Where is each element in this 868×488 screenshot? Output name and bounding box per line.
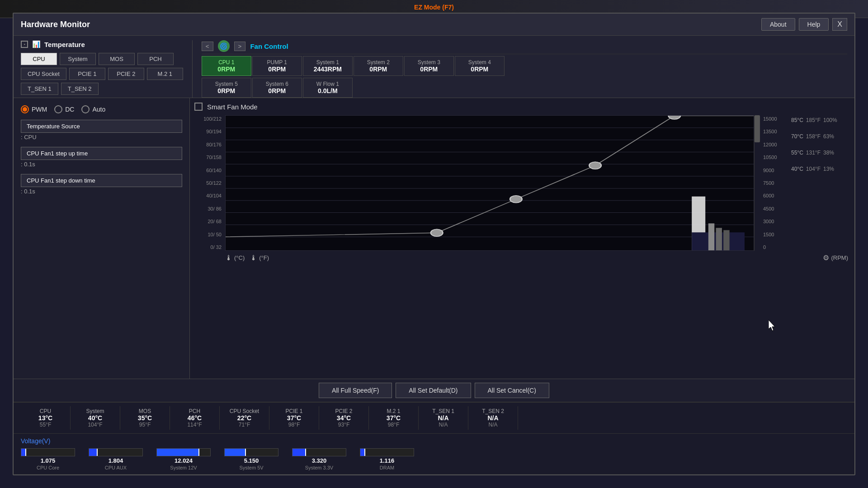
dc-radio[interactable]: DC	[54, 105, 74, 113]
reading-pcie1-name: PCIE 1	[277, 408, 311, 414]
reading-cpu-socket: CPU Socket 22°C 71°F	[220, 406, 269, 430]
all-set-default-button[interactable]: All Set Default(D)	[396, 383, 471, 398]
step-up-group: CPU Fan1 step up time : 0.1s	[21, 147, 182, 168]
voltage-bar-dram-fill	[360, 449, 364, 456]
bottom-action-bar: All Full Speed(F) All Set Default(D) All…	[14, 379, 854, 402]
rpm-label-6: 6000	[761, 193, 791, 198]
smart-fan-header: Smart Fan Mode	[194, 103, 850, 111]
temp-source-button[interactable]: Temperature Source	[21, 120, 182, 133]
auto-radio-outer	[81, 105, 90, 113]
fan-name-sys1: System 1	[308, 59, 348, 66]
tp-40c: 40°C	[791, 166, 803, 172]
fan-card-sys5[interactable]: System 5 0RPM	[202, 78, 251, 98]
temp-tab-pcie2[interactable]: PCIE 2	[108, 68, 144, 80]
reading-tsen1-name: T_SEN 1	[426, 408, 461, 414]
scrollbar-area	[754, 115, 760, 251]
pwm-radio[interactable]: PWM	[21, 105, 47, 113]
temp-tab-cpu[interactable]: CPU	[21, 53, 57, 65]
temp-tab-tsen2[interactable]: T_SEN 2	[61, 83, 99, 95]
fan-name-cpu1: CPU 1	[207, 59, 246, 66]
temperature-tabs-row2: CPU Socket PCIE 1 PCIE 2 M.2 1	[21, 68, 183, 80]
celsius-unit-btn[interactable]: 🌡 (°C)	[225, 254, 245, 262]
temp-tab-pcie1[interactable]: PCIE 1	[69, 68, 105, 80]
tp-70c: 70°C	[791, 133, 803, 140]
reading-cpu-f: 55°F	[28, 422, 63, 428]
fan-rpm-sys2: 0RPM	[359, 66, 398, 73]
chart-point-40c[interactable]	[431, 229, 443, 236]
dynamic-bar1	[708, 223, 714, 250]
all-full-speed-button[interactable]: All Full Speed(F)	[319, 383, 392, 398]
fan-name-sys3: System 3	[409, 59, 449, 66]
voltage-bar-cpu-aux-container	[89, 448, 143, 456]
fan-curve-svg[interactable]	[225, 115, 754, 251]
reading-cpu-c: 13°C	[28, 414, 63, 422]
about-button[interactable]: About	[761, 18, 795, 31]
tp-13pct: 13%	[823, 166, 834, 172]
chart-point-55c[interactable]	[510, 196, 522, 203]
fahrenheit-unit-btn[interactable]: 🌡 (°F)	[250, 254, 269, 262]
close-button[interactable]: X	[832, 18, 847, 31]
title-bar: Hardware Monitor About Help X	[14, 14, 854, 36]
reading-cpu: CPU 13°C 55°F	[21, 406, 71, 430]
reading-pcie1: PCIE 1 37°C 98°F	[269, 406, 319, 430]
tp-63pct: 63%	[823, 133, 834, 140]
help-button[interactable]: Help	[799, 18, 829, 31]
fan-card-sys1[interactable]: System 1 2443RPM	[303, 56, 353, 76]
fan-name-pump1: PUMP 1	[257, 59, 297, 66]
temp-tab-mos[interactable]: MOS	[99, 53, 135, 65]
temp-tab-tsen1[interactable]: T_SEN 1	[21, 83, 58, 95]
voltage-name-sys5v: System 5V	[239, 465, 263, 470]
voltage-bar-sys33v-container	[292, 448, 346, 456]
chart-panel: Smart Fan Mode 100/212 90/194 80/176 70/…	[190, 98, 854, 379]
reading-system-f: 104°F	[78, 422, 113, 428]
fan-rpm-pump1: 0RPM	[257, 66, 297, 73]
temp-tab-pch[interactable]: PCH	[137, 53, 174, 65]
fan-card-wflow1[interactable]: W Flow 1 0.0L/M	[303, 78, 353, 98]
fan-card-sys6[interactable]: System 6 0RPM	[252, 78, 302, 98]
tp-100pct: 100%	[823, 117, 837, 123]
chart-point-85c[interactable]	[668, 115, 680, 119]
smart-fan-checkbox[interactable]	[194, 103, 203, 111]
fan-card-sys4[interactable]: System 4 0RPM	[455, 56, 505, 76]
reading-pch-name: PCH	[177, 408, 212, 414]
fan-card-sys3[interactable]: System 3 0RPM	[404, 56, 454, 76]
temp-tab-cpu-socket[interactable]: CPU Socket	[21, 68, 66, 80]
dynamic-bar2	[716, 228, 722, 250]
fan-card-cpu1[interactable]: CPU 1 0RPM	[202, 56, 251, 76]
fan-icon: 🌀	[218, 40, 230, 52]
temp-tab-m21[interactable]: M.2 1	[147, 68, 183, 80]
reading-cpu-socket-name: CPU Socket	[227, 408, 262, 414]
temperature-section-header: ▪ 📊 Temperature	[21, 40, 183, 48]
y-axis-right: 15000 13500 12000 10500 9000 7500 6000 4…	[760, 115, 791, 251]
fan-card-pump1[interactable]: PUMP 1 0RPM	[252, 56, 302, 76]
content-area: ▪ 📊 Temperature CPU System MOS PCH CPU S…	[14, 36, 854, 474]
voltage-name-sys12v: System 12V	[170, 465, 197, 470]
y-label-3: 70/158	[194, 155, 223, 160]
all-set-cancel-button[interactable]: All Set Cancel(C)	[475, 383, 549, 398]
fan-card-sys2[interactable]: System 2 0RPM	[354, 56, 403, 76]
step-up-button[interactable]: CPU Fan1 step up time	[21, 147, 182, 160]
auto-radio[interactable]: Auto	[81, 105, 105, 113]
voltage-bar-cpu-aux-fill	[89, 449, 97, 456]
reading-pcie1-f: 98°F	[277, 422, 311, 428]
voltage-bar-sys12v-container	[156, 448, 211, 456]
reading-tsen2-c: N/A	[476, 414, 510, 422]
collapse-icon[interactable]: ▪	[21, 41, 28, 48]
tp-158f: 158°F	[806, 133, 821, 140]
fan-nav-fwd[interactable]: >	[234, 42, 246, 51]
reading-system: System 40°C 104°F	[71, 406, 120, 430]
voltage-name-sys33v: System 3.3V	[305, 465, 333, 470]
chart-point-70c[interactable]	[589, 162, 601, 169]
voltage-val-dram: 1.116	[380, 457, 395, 464]
rpm-label-9: 1500	[761, 232, 791, 237]
voltage-bar-cpu-core-container	[21, 448, 75, 456]
step-down-button[interactable]: CPU Fan1 step down time	[21, 174, 182, 187]
voltage-marker-sys5v	[245, 449, 246, 456]
bottom-temp-section: CPU 13°C 55°F System 40°C 104°F MOS 35°C…	[14, 402, 854, 433]
voltage-val-sys33v: 3.320	[312, 457, 327, 464]
fan-name-sys4: System 4	[460, 59, 500, 66]
temp-tab-system[interactable]: System	[60, 53, 96, 65]
tp-104f: 104°F	[806, 166, 821, 172]
fan-nav-back[interactable]: <	[202, 42, 213, 51]
voltage-sys5v: 5.150 System 5V	[224, 448, 278, 470]
